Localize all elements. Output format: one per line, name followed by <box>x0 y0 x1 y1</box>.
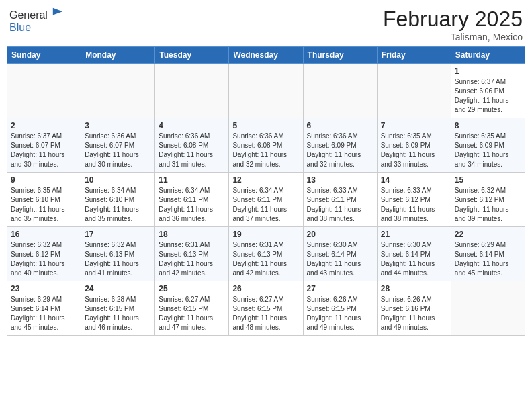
day-number: 10 <box>85 175 151 185</box>
calendar-cell: 5Sunrise: 6:36 AM Sunset: 6:08 PM Daylig… <box>229 118 303 173</box>
day-info: Sunrise: 6:31 AM Sunset: 6:13 PM Dayligh… <box>159 240 225 278</box>
day-info: Sunrise: 6:29 AM Sunset: 6:14 PM Dayligh… <box>11 295 77 332</box>
day-number: 9 <box>11 175 77 185</box>
day-number: 16 <box>11 230 77 239</box>
calendar-cell: 14Sunrise: 6:33 AM Sunset: 6:12 PM Dayli… <box>377 173 451 227</box>
calendar-cell: 8Sunrise: 6:35 AM Sunset: 6:09 PM Daylig… <box>451 118 525 173</box>
calendar-cell <box>7 64 81 118</box>
day-info: Sunrise: 6:33 AM Sunset: 6:12 PM Dayligh… <box>381 186 447 224</box>
day-number: 22 <box>455 230 521 239</box>
page-header: General Blue February 2025 Talisman, Mex… <box>7 7 525 42</box>
calendar-cell: 10Sunrise: 6:34 AM Sunset: 6:10 PM Dayli… <box>81 173 155 227</box>
day-number: 7 <box>381 121 447 130</box>
calendar-cell: 6Sunrise: 6:36 AM Sunset: 6:09 PM Daylig… <box>303 118 377 173</box>
calendar-cell: 15Sunrise: 6:32 AM Sunset: 6:12 PM Dayli… <box>451 173 525 227</box>
day-info: Sunrise: 6:37 AM Sunset: 6:07 PM Dayligh… <box>11 132 77 169</box>
month-year-heading: February 2025 <box>383 7 523 32</box>
calendar-cell: 2Sunrise: 6:37 AM Sunset: 6:07 PM Daylig… <box>7 118 81 173</box>
day-info: Sunrise: 6:34 AM Sunset: 6:11 PM Dayligh… <box>159 186 225 224</box>
calendar-cell <box>81 64 155 118</box>
day-number: 19 <box>232 230 299 239</box>
column-header-sunday: Sunday <box>7 47 81 64</box>
day-number: 24 <box>85 284 151 293</box>
calendar-cell: 18Sunrise: 6:31 AM Sunset: 6:13 PM Dayli… <box>155 227 229 281</box>
day-info: Sunrise: 6:32 AM Sunset: 6:12 PM Dayligh… <box>455 186 521 224</box>
day-info: Sunrise: 6:34 AM Sunset: 6:11 PM Dayligh… <box>232 186 299 224</box>
calendar-cell: 20Sunrise: 6:30 AM Sunset: 6:14 PM Dayli… <box>303 227 377 281</box>
calendar-cell <box>155 64 229 118</box>
calendar-cell: 19Sunrise: 6:31 AM Sunset: 6:13 PM Dayli… <box>229 227 303 281</box>
calendar-cell: 23Sunrise: 6:29 AM Sunset: 6:14 PM Dayli… <box>7 281 81 336</box>
logo-blue-text: Blue <box>9 21 31 33</box>
calendar-cell: 1Sunrise: 6:37 AM Sunset: 6:06 PM Daylig… <box>451 64 525 118</box>
day-info: Sunrise: 6:26 AM Sunset: 6:15 PM Dayligh… <box>307 295 373 332</box>
calendar-week-4: 16Sunrise: 6:32 AM Sunset: 6:12 PM Dayli… <box>7 227 525 281</box>
day-info: Sunrise: 6:30 AM Sunset: 6:14 PM Dayligh… <box>307 240 373 278</box>
day-info: Sunrise: 6:28 AM Sunset: 6:15 PM Dayligh… <box>85 295 151 332</box>
day-number: 15 <box>455 175 521 185</box>
calendar-week-3: 9Sunrise: 6:35 AM Sunset: 6:10 PM Daylig… <box>7 173 525 227</box>
calendar-cell: 25Sunrise: 6:27 AM Sunset: 6:15 PM Dayli… <box>155 281 229 336</box>
day-info: Sunrise: 6:35 AM Sunset: 6:09 PM Dayligh… <box>455 132 521 169</box>
day-number: 8 <box>455 121 521 130</box>
column-header-tuesday: Tuesday <box>155 47 229 64</box>
day-info: Sunrise: 6:29 AM Sunset: 6:14 PM Dayligh… <box>455 240 521 278</box>
day-info: Sunrise: 6:36 AM Sunset: 6:09 PM Dayligh… <box>307 132 373 169</box>
day-number: 13 <box>307 175 373 185</box>
day-info: Sunrise: 6:32 AM Sunset: 6:13 PM Dayligh… <box>85 240 151 278</box>
day-number: 20 <box>307 230 373 239</box>
day-info: Sunrise: 6:35 AM Sunset: 6:10 PM Dayligh… <box>11 186 77 224</box>
day-number: 12 <box>232 175 299 185</box>
title-block: February 2025 Talisman, Mexico <box>383 7 523 42</box>
logo-general-text: General <box>9 9 48 21</box>
day-info: Sunrise: 6:33 AM Sunset: 6:11 PM Dayligh… <box>307 186 373 224</box>
column-header-monday: Monday <box>81 47 155 64</box>
day-number: 6 <box>307 121 373 130</box>
calendar-cell: 9Sunrise: 6:35 AM Sunset: 6:10 PM Daylig… <box>7 173 81 227</box>
calendar-cell: 16Sunrise: 6:32 AM Sunset: 6:12 PM Dayli… <box>7 227 81 281</box>
calendar-cell <box>303 64 377 118</box>
calendar-header-row: SundayMondayTuesdayWednesdayThursdayFrid… <box>7 47 525 64</box>
day-info: Sunrise: 6:36 AM Sunset: 6:07 PM Dayligh… <box>85 132 151 169</box>
day-info: Sunrise: 6:36 AM Sunset: 6:08 PM Dayligh… <box>159 132 225 169</box>
day-number: 5 <box>232 121 299 130</box>
day-number: 14 <box>381 175 447 185</box>
calendar-cell: 17Sunrise: 6:32 AM Sunset: 6:13 PM Dayli… <box>81 227 155 281</box>
logo: General Blue <box>9 7 64 34</box>
day-info: Sunrise: 6:27 AM Sunset: 6:15 PM Dayligh… <box>159 295 225 332</box>
day-number: 27 <box>307 284 373 293</box>
calendar-cell: 3Sunrise: 6:36 AM Sunset: 6:07 PM Daylig… <box>81 118 155 173</box>
day-number: 1 <box>455 66 521 76</box>
location-text: Talisman, Mexico <box>383 32 523 42</box>
column-header-wednesday: Wednesday <box>229 47 303 64</box>
day-number: 28 <box>381 284 447 293</box>
calendar-cell <box>451 281 525 336</box>
day-number: 23 <box>11 284 77 293</box>
svg-marker-0 <box>53 8 62 15</box>
calendar-week-5: 23Sunrise: 6:29 AM Sunset: 6:14 PM Dayli… <box>7 281 525 336</box>
calendar-cell <box>229 64 303 118</box>
day-info: Sunrise: 6:34 AM Sunset: 6:10 PM Dayligh… <box>85 186 151 224</box>
day-number: 21 <box>381 230 447 239</box>
calendar-week-2: 2Sunrise: 6:37 AM Sunset: 6:07 PM Daylig… <box>7 118 525 173</box>
day-info: Sunrise: 6:31 AM Sunset: 6:13 PM Dayligh… <box>232 240 299 278</box>
column-header-friday: Friday <box>377 47 451 64</box>
day-info: Sunrise: 6:35 AM Sunset: 6:09 PM Dayligh… <box>381 132 447 169</box>
calendar-cell: 12Sunrise: 6:34 AM Sunset: 6:11 PM Dayli… <box>229 173 303 227</box>
day-number: 11 <box>159 175 225 185</box>
calendar-cell: 22Sunrise: 6:29 AM Sunset: 6:14 PM Dayli… <box>451 227 525 281</box>
column-header-thursday: Thursday <box>303 47 377 64</box>
calendar-week-1: 1Sunrise: 6:37 AM Sunset: 6:06 PM Daylig… <box>7 64 525 118</box>
calendar-cell <box>377 64 451 118</box>
calendar-cell: 11Sunrise: 6:34 AM Sunset: 6:11 PM Dayli… <box>155 173 229 227</box>
calendar-cell: 27Sunrise: 6:26 AM Sunset: 6:15 PM Dayli… <box>303 281 377 336</box>
day-info: Sunrise: 6:36 AM Sunset: 6:08 PM Dayligh… <box>232 132 299 169</box>
logo-flag-icon <box>52 7 64 19</box>
calendar-cell: 13Sunrise: 6:33 AM Sunset: 6:11 PM Dayli… <box>303 173 377 227</box>
calendar-cell: 4Sunrise: 6:36 AM Sunset: 6:08 PM Daylig… <box>155 118 229 173</box>
day-number: 2 <box>11 121 77 130</box>
day-number: 3 <box>85 121 151 130</box>
day-number: 26 <box>232 284 299 293</box>
day-number: 18 <box>159 230 225 239</box>
calendar-cell: 7Sunrise: 6:35 AM Sunset: 6:09 PM Daylig… <box>377 118 451 173</box>
